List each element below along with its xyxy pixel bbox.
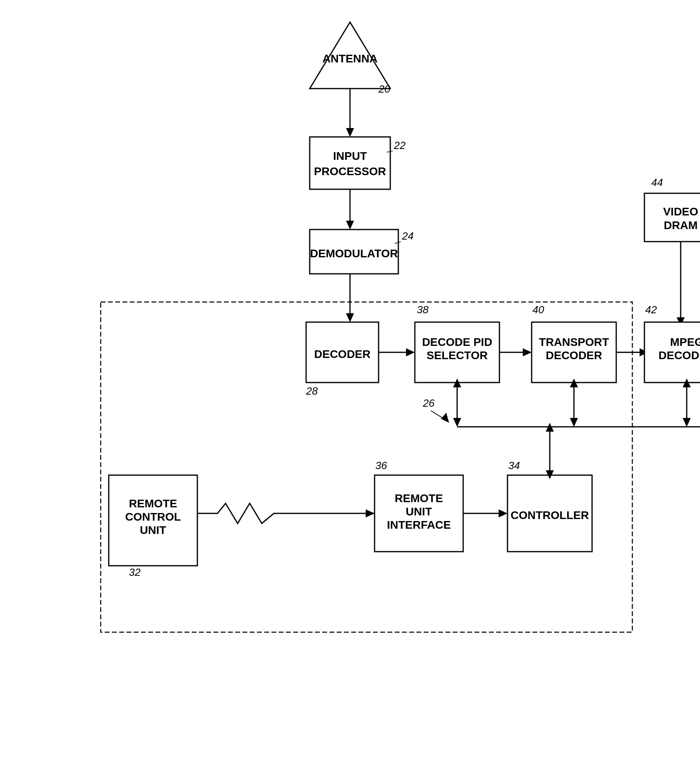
svg-marker-7	[346, 313, 354, 322]
svg-marker-34	[441, 413, 449, 423]
decode-pid-ref: 38	[417, 304, 429, 316]
antenna-ref: 20	[378, 83, 390, 95]
diagram-container: ANTENNA 20 INPUT PROCESSOR 22 DEMODULATO…	[0, 0, 700, 757]
remote-control-unit-label2: CONTROL	[125, 511, 181, 523]
remote-unit-interface-label1: REMOTE	[395, 492, 443, 505]
video-dram-label1: VIDEO	[663, 205, 698, 218]
demodulator-label: DEMODULATOR	[310, 247, 398, 260]
svg-marker-9	[406, 348, 415, 356]
mpeg-decoder-label1: MPEG	[670, 336, 700, 348]
controller-ref: 34	[508, 459, 520, 472]
svg-marker-1	[346, 128, 354, 137]
decode-pid-label1: DECODE PID	[422, 336, 492, 348]
transport-decoder-label1: TRANSPORT	[539, 336, 609, 348]
remote-control-unit-label3: UNIT	[140, 524, 166, 536]
video-dram-ref: 44	[651, 176, 663, 188]
svg-marker-36	[499, 509, 507, 517]
input-processor-label2: PROCESSOR	[314, 165, 386, 178]
input-processor-box	[310, 137, 390, 189]
svg-marker-40	[366, 509, 375, 517]
demodulator-ref: 24	[402, 230, 414, 242]
svg-marker-21	[453, 418, 461, 427]
bus-ref: 26	[422, 397, 435, 409]
controller-label: CONTROLLER	[511, 509, 589, 521]
mpeg-decoder-label2: DECODER	[659, 349, 700, 362]
input-processor-label: INPUT	[333, 150, 367, 162]
decoder-label: DECODER	[314, 348, 371, 360]
svg-marker-11	[523, 348, 532, 356]
svg-marker-4	[346, 221, 354, 230]
video-dram-label2: DRAM	[664, 219, 698, 232]
transport-decoder-ref: 40	[532, 304, 544, 316]
remote-unit-interface-label3: INTERFACE	[387, 519, 451, 531]
input-processor-ref: 22	[393, 139, 406, 151]
decoder-ref: 28	[306, 385, 318, 397]
remote-control-unit-label1: REMOTE	[129, 497, 177, 510]
mpeg-decoder-ref: 42	[645, 304, 657, 316]
svg-marker-24	[570, 418, 578, 427]
svg-marker-27	[683, 418, 691, 427]
remote-unit-interface-ref: 36	[375, 459, 387, 472]
remote-unit-interface-label2: UNIT	[406, 505, 432, 518]
remote-control-unit-ref: 32	[129, 566, 141, 578]
antenna-label: ANTENNA	[323, 52, 378, 65]
decode-pid-label2: SELECTOR	[427, 349, 488, 362]
transport-decoder-label2: DECODER	[546, 349, 602, 362]
